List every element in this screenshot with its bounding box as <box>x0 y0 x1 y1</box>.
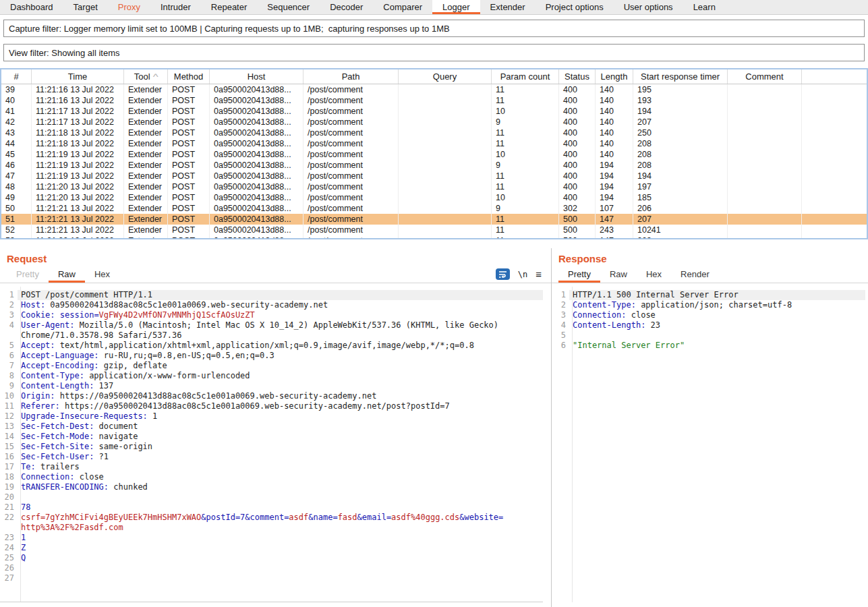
response-tab-raw[interactable]: Raw <box>600 266 637 283</box>
cell: 9 <box>492 160 559 171</box>
column-header-query[interactable]: Query <box>399 69 492 84</box>
cell: 500 <box>559 235 596 239</box>
cell: POST <box>168 149 210 160</box>
column-header-method[interactable]: Method <box>168 69 210 84</box>
cell: 0a9500020413d88... <box>210 117 303 127</box>
table-row-47[interactable]: 4711:21:19 13 Jul 2022ExtenderPOST0a9500… <box>1 171 867 181</box>
cell <box>802 171 867 181</box>
cell: 11:21:16 13 Jul 2022 <box>32 95 124 106</box>
column-header-time[interactable]: Time <box>32 69 124 84</box>
syntax-segment: POST /post/comment HTTP/1.1 <box>21 290 152 299</box>
table-row-46[interactable]: 4611:21:19 13 Jul 2022ExtenderPOST0a9500… <box>1 160 867 171</box>
cell: 0a9500020413d88... <box>210 214 303 225</box>
menu-tab-extender[interactable]: Extender <box>480 0 536 14</box>
column-header-tool[interactable]: Tool^ <box>124 69 168 84</box>
table-row-51[interactable]: 5111:21:21 13 Jul 2022ExtenderPOST0a9500… <box>1 214 867 225</box>
cell <box>802 95 867 106</box>
table-row-42[interactable]: 4211:21:17 13 Jul 2022ExtenderPOST0a9500… <box>1 117 867 127</box>
menu-tab-project-options[interactable]: Project options <box>536 0 614 14</box>
cell <box>728 127 802 138</box>
line-content: Sec-Fetch-Mode: navigate <box>18 432 543 442</box>
editor-line: 7Accept-Encoding: gzip, deflate <box>0 361 543 371</box>
menu-tab-user-options[interactable]: User options <box>614 0 683 14</box>
table-row-48[interactable]: 4811:21:20 13 Jul 2022ExtenderPOST0a9500… <box>1 181 867 192</box>
line-number: 12 <box>0 411 18 422</box>
capture-filter-label: Capture filter: Logger memory limit set … <box>9 24 450 34</box>
syntax-segment: Connection: <box>573 310 626 320</box>
editor-line: 10Origin: https://0a9500020413d88ac08c5c… <box>0 391 543 401</box>
cell: 42 <box>1 117 32 127</box>
column-header-num[interactable]: # <box>1 69 32 84</box>
cell: 10241 <box>633 225 728 235</box>
line-number: 4 <box>552 320 569 330</box>
cell <box>728 117 802 127</box>
menu-tab-learn[interactable]: Learn <box>683 0 726 14</box>
cell: Extender <box>124 106 168 117</box>
table-row-39[interactable]: 3911:21:16 13 Jul 2022ExtenderPOST0a9500… <box>1 84 867 95</box>
editor-menu-icon[interactable]: ≡ <box>536 268 542 280</box>
editor-line: 1POST /post/comment HTTP/1.1 <box>0 290 543 300</box>
syntax-segment: Accept-Encoding: <box>21 361 99 370</box>
capture-filter-bar[interactable]: Capture filter: Logger memory limit set … <box>3 20 865 37</box>
table-row-44[interactable]: 4411:21:18 13 Jul 2022ExtenderPOST0a9500… <box>1 138 867 149</box>
menu-tab-logger[interactable]: Logger <box>432 0 480 14</box>
cell: /post/comment <box>303 149 399 160</box>
menu-tab-proxy[interactable]: Proxy <box>108 0 150 14</box>
table-row-41[interactable]: 4111:21:17 13 Jul 2022ExtenderPOST0a9500… <box>1 106 867 117</box>
syntax-segment: asdf <box>289 513 308 522</box>
menu-tab-sequencer[interactable]: Sequencer <box>257 0 320 14</box>
menu-tab-comparer[interactable]: Comparer <box>373 0 432 14</box>
syntax-segment: 137 <box>94 381 113 391</box>
column-header-length[interactable]: Length <box>596 69 633 84</box>
cell: POST <box>168 171 210 181</box>
column-header-comment[interactable]: Comment <box>728 69 802 84</box>
table-row-53[interactable]: 5311:21:22 13 Jul 2022ExtenderPOST0a9500… <box>1 235 867 239</box>
column-header-status[interactable]: Status <box>559 69 596 84</box>
cell: 140 <box>596 106 633 117</box>
line-content: Accept-Encoding: gzip, deflate <box>18 361 543 371</box>
cell: 195 <box>633 84 728 95</box>
request-tab-pretty[interactable]: Pretty <box>7 266 49 283</box>
line-number: 8 <box>0 371 18 381</box>
column-header-param-count[interactable]: Param count <box>492 69 559 84</box>
response-tab-pretty[interactable]: Pretty <box>558 266 600 283</box>
table-row-40[interactable]: 4011:21:16 13 Jul 2022ExtenderPOST0a9500… <box>1 95 867 106</box>
cell: 400 <box>559 149 596 160</box>
word-wrap-icon[interactable] <box>496 268 510 280</box>
table-row-45[interactable]: 4511:21:19 13 Jul 2022ExtenderPOST0a9500… <box>1 149 867 160</box>
menu-tab-decoder[interactable]: Decoder <box>320 0 373 14</box>
line-number: 2 <box>552 300 569 310</box>
table-row-43[interactable]: 4311:21:18 13 Jul 2022ExtenderPOST0a9500… <box>1 127 867 138</box>
newline-toggle-icon[interactable]: \n <box>518 270 527 279</box>
request-title: Request <box>7 253 551 264</box>
syntax-segment: Referer: <box>21 401 60 411</box>
menu-tab-repeater[interactable]: Repeater <box>201 0 257 14</box>
view-filter-bar[interactable]: View filter: Showing all items <box>3 44 865 61</box>
request-editor[interactable]: 1POST /post/comment HTTP/1.12Host: 0a950… <box>0 287 543 602</box>
response-tab-render[interactable]: Render <box>671 266 719 283</box>
request-tab-raw[interactable]: Raw <box>49 266 85 283</box>
table-row-50[interactable]: 5011:21:21 13 Jul 2022ExtenderPOST0a9500… <box>1 203 867 214</box>
menu-tab-intruder[interactable]: Intruder <box>150 0 201 14</box>
cell: /post/comment <box>303 235 399 239</box>
table-row-52[interactable]: 5211:21:21 13 Jul 2022ExtenderPOST0a9500… <box>1 225 867 235</box>
response-tab-hex[interactable]: Hex <box>637 266 671 283</box>
syntax-segment: chunked <box>109 482 148 492</box>
response-editor[interactable]: 1HTTP/1.1 500 Internal Server Error2Cont… <box>552 287 865 602</box>
cell: 0a9500020413d88... <box>210 138 303 149</box>
cell: 0a9500020413d88... <box>210 203 303 214</box>
column-header-host[interactable]: Host <box>210 69 303 84</box>
syntax-segment: csrf=7gYzhMCiFvi4gBEyUEEk7HmHSHM7xWAO <box>21 513 201 522</box>
syntax-segment: &postId=7&comment= <box>201 513 289 522</box>
column-header-path[interactable]: Path <box>303 69 399 84</box>
cell: Extender <box>124 84 168 95</box>
sort-ascending-icon: ^ <box>152 72 158 82</box>
cell <box>399 84 492 95</box>
menu-tab-dashboard[interactable]: Dashboard <box>0 0 63 14</box>
table-row-49[interactable]: 4911:21:20 13 Jul 2022ExtenderPOST0a9500… <box>1 192 867 203</box>
cell: Extender <box>124 181 168 192</box>
menu-tab-target[interactable]: Target <box>63 0 108 14</box>
request-tab-hex[interactable]: Hex <box>85 266 119 283</box>
cell: Extender <box>124 203 168 214</box>
column-header-start-response-timer[interactable]: Start response timer <box>633 69 728 84</box>
